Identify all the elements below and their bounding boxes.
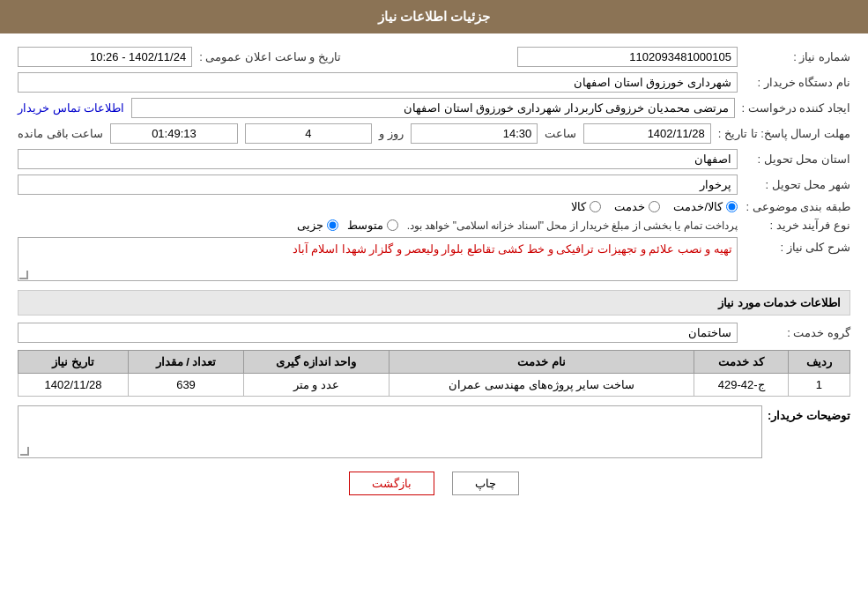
- buyer-org-row: نام دستگاه خریدار : شهرداری خورزوق استان…: [18, 72, 850, 93]
- purchase-process-options: پرداخت تمام یا بخشی از مبلغ خریدار از مح…: [297, 219, 738, 232]
- content-area: شماره نیاز : 1102093481000105 تاریخ و سا…: [0, 33, 868, 526]
- category-label: طبقه بندی موضوعی :: [745, 200, 850, 213]
- buyer-org-value: شهرداری خورزوق استان اصفهان: [18, 72, 738, 93]
- category-kala-khedmat-option[interactable]: کالا/خدمت: [673, 200, 738, 213]
- description-label: شرح کلی نیاز :: [745, 237, 850, 254]
- table-header-qty: تعداد / مقدار: [129, 351, 244, 374]
- buyer-notes-section: توضیحات خریدار:: [18, 405, 850, 458]
- page-header: جزئیات اطلاعات نیاز: [0, 0, 868, 33]
- table-cell-code: ج-42-429: [694, 374, 788, 397]
- buyer-notes-label: توضیحات خریدار:: [762, 405, 850, 422]
- purchase-note: پرداخت تمام یا بخشی از مبلغ خریدار از مح…: [407, 219, 738, 232]
- need-number-label: شماره نیاز :: [745, 50, 850, 63]
- description-row: شرح کلی نیاز : تهیه و نصب علائم و تجهیزا…: [18, 237, 850, 281]
- category-khedmat-radio[interactable]: [649, 201, 660, 212]
- purchase-process-row: نوع فرآیند خرید : پرداخت تمام یا بخشی از…: [18, 219, 850, 232]
- need-number-value: 1102093481000105: [517, 47, 738, 67]
- purchase-jozei-radio[interactable]: [327, 219, 338, 231]
- purchase-motevaset-radio[interactable]: [387, 219, 398, 231]
- purchase-jozei-label: جزیی: [297, 219, 323, 232]
- table-header-name: نام خدمت: [389, 351, 694, 374]
- category-kala-khedmat-radio[interactable]: [726, 201, 738, 212]
- page-wrapper: جزئیات اطلاعات نیاز شماره نیاز : 1102093…: [0, 0, 868, 609]
- table-header-row: ردیف: [788, 351, 849, 374]
- table-cell-row: 1: [788, 374, 849, 397]
- announcement-date-label: تاریخ و ساعت اعلان عمومی :: [199, 50, 341, 63]
- category-khedmat-option[interactable]: خدمت: [614, 200, 660, 213]
- buyer-notes-box: [18, 405, 762, 458]
- deadline-remaining: 01:49:13: [110, 123, 237, 144]
- resize-handle: [19, 271, 28, 279]
- category-kala-option[interactable]: کالا: [571, 200, 601, 213]
- purchase-motevaset-label: متوسط: [347, 219, 383, 232]
- delivery-province-row: استان محل تحویل : اصفهان: [18, 149, 850, 169]
- deadline-remaining-label: ساعت باقی مانده: [18, 127, 103, 140]
- category-radio-group: کالا/خدمت خدمت کالا: [571, 200, 738, 213]
- deadline-row: مهلت ارسال پاسخ: تا تاریخ : 1402/11/28 س…: [18, 123, 850, 144]
- contact-link[interactable]: اطلاعات تماس خریدار: [18, 101, 124, 115]
- service-group-label: گروه خدمت :: [745, 326, 850, 339]
- table-cell-unit: عدد و متر: [243, 374, 389, 397]
- purchase-type-label: نوع فرآیند خرید :: [745, 219, 850, 232]
- requester-label: ایجاد کننده درخواست :: [742, 101, 850, 115]
- purchase-jozei-option[interactable]: جزیی: [297, 219, 338, 232]
- table-cell-name: ساخت سایر پروژه‌های مهندسی عمران: [389, 374, 694, 397]
- deadline-days: 4: [245, 123, 372, 144]
- category-kala-khedmat-label: کالا/خدمت: [673, 200, 723, 213]
- table-header-date: تاریخ نیاز: [19, 351, 129, 374]
- services-table: ردیف کد خدمت نام خدمت واحد اندازه گیری ت…: [18, 350, 850, 397]
- purchase-motevaset-option[interactable]: متوسط: [347, 219, 398, 232]
- notes-resize-handle: [20, 447, 29, 456]
- deadline-days-label: روز و: [379, 127, 404, 140]
- deadline-time-label: ساعت: [545, 127, 576, 140]
- table-cell-date: 1402/11/28: [19, 374, 129, 397]
- table-header-unit: واحد اندازه گیری: [243, 351, 389, 374]
- print-button[interactable]: چاپ: [452, 472, 519, 495]
- table-cell-quantity: 639: [129, 374, 244, 397]
- services-section-title: اطلاعات خدمات مورد نیاز: [18, 290, 850, 316]
- service-group-row: گروه خدمت : ساختمان: [18, 323, 850, 343]
- delivery-province-label: استان محل تحویل :: [745, 152, 850, 166]
- category-kala-label: کالا: [571, 200, 586, 213]
- announcement-date-value: 1402/11/24 - 10:26: [18, 47, 192, 67]
- buyer-org-label: نام دستگاه خریدار :: [745, 76, 850, 89]
- category-row: طبقه بندی موضوعی : کالا/خدمت خدمت کالا: [18, 200, 850, 213]
- requester-row: ایجاد کننده درخواست : مرتضی محمدیان خرزو…: [18, 98, 850, 118]
- table-header-code: کد خدمت: [694, 351, 788, 374]
- category-khedmat-label: خدمت: [614, 200, 645, 213]
- description-text: تهیه و نصب علائم و تجهیزات ترافیکی و خط …: [18, 237, 738, 281]
- back-button[interactable]: بازگشت: [349, 472, 434, 495]
- footer-buttons: چاپ بازگشت: [18, 472, 850, 513]
- requester-value: مرتضی محمدیان خرزوقی کاربردار شهرداری خو…: [131, 98, 734, 118]
- delivery-city-value: پرخوار: [18, 175, 738, 195]
- delivery-city-row: شهر محل تحویل : پرخوار: [18, 175, 850, 195]
- page-title: جزئیات اطلاعات نیاز: [378, 9, 490, 24]
- deadline-date: 1402/11/28: [583, 123, 710, 144]
- service-group-value: ساختمان: [18, 323, 738, 343]
- category-kala-radio[interactable]: [590, 201, 601, 212]
- deadline-label: مهلت ارسال پاسخ: تا تاریخ :: [718, 127, 850, 140]
- need-number-row: شماره نیاز : 1102093481000105 تاریخ و سا…: [18, 47, 850, 67]
- delivery-city-label: شهر محل تحویل :: [745, 178, 850, 191]
- deadline-time: 14:30: [411, 123, 538, 144]
- table-row: 1ج-42-429ساخت سایر پروژه‌های مهندسی عمرا…: [19, 374, 850, 397]
- delivery-province-value: اصفهان: [18, 149, 738, 169]
